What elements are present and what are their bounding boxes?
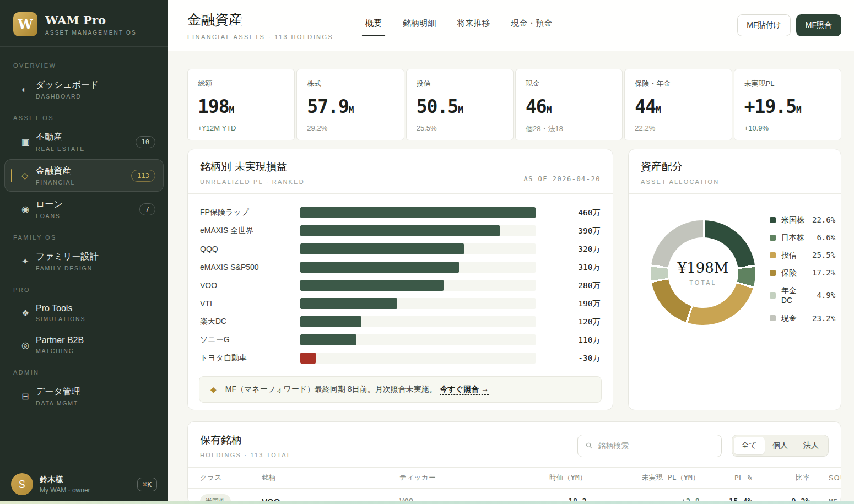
app-logo-icon: W	[13, 12, 37, 36]
sidebar-item-simulations[interactable]: ❖Pro ToolsSIMULATIONS	[4, 297, 164, 328]
legend-swatch	[770, 235, 776, 241]
nav-item-label: ダッシュボード	[36, 79, 155, 91]
stat-value: 198M	[198, 96, 284, 117]
bar-fill	[300, 262, 459, 273]
nav-item-label: Pro Tools	[36, 304, 155, 313]
as-of-date: AS OF 2026-04-20	[523, 175, 601, 185]
diamond-icon: ◆	[210, 385, 217, 394]
sidebar-item-data-mgmt[interactable]: ⊟データ管理DATA MGMT	[4, 380, 164, 413]
mf照合-button[interactable]: MF照合	[796, 14, 841, 36]
bar-label: VOO	[200, 281, 300, 290]
stat-value: 50.5M	[417, 96, 503, 117]
mf貼付け-button[interactable]: MF貼付け	[737, 14, 791, 36]
stat-sub: 29.2%	[307, 124, 393, 132]
allocation-subtitle: ASSET ALLOCATION	[641, 178, 719, 185]
content: 総額198M+¥12M YTD株式57.9M29.2%投信50.5M25.5%現…	[168, 51, 854, 504]
bar-track	[300, 262, 536, 273]
legend-label: 現金	[781, 313, 807, 323]
column-header-3: 時価（¥M）	[504, 473, 587, 483]
legend-item-現金: 現金23.2%	[770, 313, 835, 323]
header-actions: MF貼付けMF照合	[737, 14, 841, 36]
column-header-6: 比率	[752, 473, 810, 483]
count-badge: 10	[136, 136, 155, 148]
legend-item-投信: 投信25.5%	[770, 250, 835, 261]
bar-value: 190万	[536, 299, 601, 309]
diamond-icon: ◇	[21, 170, 36, 181]
nav-item-sublabel: DATA MGMT	[36, 400, 155, 407]
stat-card-投信: 投信50.5M25.5%	[406, 69, 514, 140]
bar-row-ソニーg: ソニーG110万	[200, 334, 601, 345]
legend-label: 米国株	[781, 215, 807, 225]
nav-item-label: データ管理	[36, 386, 155, 398]
legend-swatch	[770, 315, 776, 321]
stat-value: 44M	[635, 96, 721, 117]
search-input[interactable]	[598, 441, 713, 450]
legend-swatch	[770, 217, 776, 223]
bar-value: -30万	[536, 353, 601, 364]
sidebar-item-family-design[interactable]: ✦ファミリー設計FAMILY DESIGN	[4, 245, 164, 278]
bar-fill	[300, 298, 397, 309]
nav-item-sublabel: DASHBOARD	[36, 93, 155, 100]
owner-filter: 全て個人法人	[732, 435, 829, 457]
sidebar-item-real-estate[interactable]: ▣不動産REAL ESTATE10	[4, 126, 164, 158]
brand: W WAM Pro ASSET MANAGEMENT OS	[0, 0, 168, 46]
legend-label: 日本株	[781, 232, 807, 243]
sidebar-item-matching[interactable]: ◎Partner B2BMATCHING	[4, 329, 164, 360]
filter-法人[interactable]: 法人	[796, 437, 826, 454]
charts-row: 銘柄別 未実現損益 UNREALIZED PL · RANKED AS OF 2…	[187, 149, 841, 410]
donut-total-label: TOTAL	[689, 279, 716, 286]
user-footer[interactable]: S 鈴木様 My WAM · owner ⌘K	[0, 465, 168, 504]
sidebar-item-dashboard[interactable]: ◐ダッシュボードDASHBOARD	[4, 73, 164, 106]
bar-label: eMAXIS 全世界	[200, 226, 300, 236]
bar-track	[300, 353, 536, 364]
mf-sync-notice: ◆ MF（マネーフォワード）最終同期 8日前。月次照合未実施。 今すぐ照合 →	[199, 376, 602, 403]
circle-dot-icon: ◉	[21, 204, 36, 214]
filter-全て[interactable]: 全て	[734, 437, 765, 454]
nav-item-label: ローン	[36, 199, 139, 210]
stat-label: 現金	[526, 79, 612, 89]
nav-item-sublabel: SIMULATIONS	[36, 316, 155, 322]
nav-item-sublabel: LOANS	[36, 213, 139, 219]
window-icon: ⊟	[21, 391, 36, 402]
nav-item-label: Partner B2B	[36, 335, 155, 345]
bar-value: 120万	[536, 317, 601, 327]
legend-value: 4.9%	[817, 291, 835, 300]
tab-銘柄明細[interactable]: 銘柄明細	[403, 18, 436, 35]
sidebar-item-financial[interactable]: ◇金融資産FINANCIAL113	[4, 159, 164, 192]
stat-card-未実現pl: 未実現PL+19.5M+10.9%	[734, 69, 841, 140]
stat-sub: 22.2%	[635, 124, 721, 132]
bar-value: 320万	[536, 244, 601, 254]
stat-value: 46M	[526, 96, 612, 117]
legend-label: 保険	[781, 268, 807, 278]
bar-track	[300, 316, 536, 327]
stats-row: 総額198M+¥12M YTD株式57.9M29.2%投信50.5M25.5%現…	[187, 69, 841, 140]
sparkle-icon: ✦	[21, 256, 36, 267]
user-meta: My WAM · owner	[40, 486, 90, 494]
sidebar-item-loans[interactable]: ◉ローンLOANS7	[4, 193, 164, 225]
app-name: WAM Pro	[45, 13, 137, 27]
stat-sub: 個28・法18	[526, 124, 612, 134]
tab-現金・預金[interactable]: 現金・預金	[511, 18, 552, 35]
filter-個人[interactable]: 個人	[765, 437, 796, 454]
double-circle-icon: ◎	[21, 340, 36, 350]
sidebar-nav: OVERVIEW◐ダッシュボードDASHBOARDASSET OS▣不動産REA…	[0, 50, 168, 465]
sidebar: W WAM Pro ASSET MANAGEMENT OS OVERVIEW◐ダ…	[0, 0, 168, 504]
reconcile-now-link[interactable]: 今すぐ照合 →	[440, 384, 489, 393]
tab-概要[interactable]: 概要	[365, 18, 382, 35]
tab-将来推移[interactable]: 将来推移	[457, 18, 490, 35]
bar-label: 楽天DC	[200, 317, 300, 327]
bar-label: QQQ	[200, 245, 300, 253]
nav-item-sublabel: REAL ESTATE	[36, 145, 136, 152]
stat-label: 株式	[307, 79, 393, 89]
command-k-shortcut[interactable]: ⌘K	[137, 478, 157, 491]
legend-swatch	[770, 270, 776, 276]
bar-row-vti: VTI190万	[200, 298, 601, 309]
stat-value: 57.9M	[307, 96, 393, 117]
bar-row-楽天dc: 楽天DC120万	[200, 316, 601, 327]
user-name: 鈴木様	[40, 475, 90, 485]
bar-label: FP保険ラップ	[200, 208, 300, 218]
holdings-search[interactable]	[577, 435, 722, 457]
bar-track	[300, 225, 536, 236]
stat-sub: +¥12M YTD	[198, 124, 284, 132]
bar-value: 280万	[536, 280, 601, 291]
